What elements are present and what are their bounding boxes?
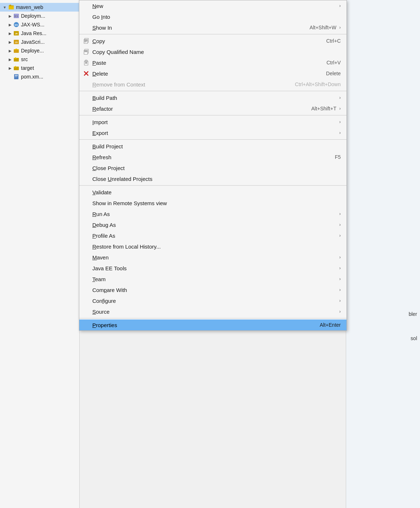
menu-item-copy[interactable]: Copy Ctrl+C bbox=[79, 35, 346, 46]
menu-label: Validate bbox=[92, 189, 341, 195]
menu-label: Show In bbox=[92, 25, 295, 31]
menu-item-refresh[interactable]: Refresh F5 bbox=[79, 152, 346, 162]
menu-item-run-as[interactable]: Run As › bbox=[79, 208, 346, 219]
submenu-arrow: › bbox=[339, 130, 341, 135]
right-panel: bler sol bbox=[346, 0, 420, 508]
menu-item-export[interactable]: Export › bbox=[79, 127, 346, 138]
menu-label: Source bbox=[92, 309, 336, 315]
menu-item-source[interactable]: Source › bbox=[79, 306, 346, 317]
menu-label: Java EE Tools bbox=[92, 265, 336, 271]
svg-rect-29 bbox=[85, 60, 87, 62]
tree-item-label: Java Res... bbox=[21, 30, 46, 36]
submenu-arrow: › bbox=[339, 222, 341, 227]
tree-item-label: Deploye... bbox=[21, 48, 44, 54]
tree-item-jax-ws[interactable]: ▶ WS JAX-WS... bbox=[0, 20, 79, 29]
copy-qualified-icon bbox=[83, 48, 89, 55]
menu-label: Team bbox=[92, 276, 336, 282]
menu-label: Copy Qualified Name bbox=[92, 49, 341, 55]
separator bbox=[79, 115, 346, 115]
menu-item-new[interactable]: New › bbox=[79, 0, 346, 11]
menu-label: Refresh bbox=[92, 154, 320, 160]
jaxws-icon: WS bbox=[13, 21, 20, 28]
menu-item-show-in[interactable]: Show In Alt+Shift+W › bbox=[79, 22, 346, 33]
menu-label: Restore from Local History... bbox=[92, 244, 341, 250]
tree-arrow: ▶ bbox=[9, 49, 12, 53]
submenu-arrow: › bbox=[339, 95, 341, 100]
menu-item-java-ee-tools[interactable]: Java EE Tools › bbox=[79, 263, 346, 274]
tree-arrow: ▶ bbox=[9, 58, 12, 62]
context-menu: New › Go Into Show In Alt+Shift+W › Copy… bbox=[79, 0, 347, 331]
tree-item-label: JavaScri... bbox=[21, 39, 45, 45]
menu-label: Copy bbox=[92, 38, 312, 44]
java-res-icon: JR bbox=[13, 30, 20, 37]
menu-item-delete[interactable]: Delete Delete bbox=[79, 68, 346, 79]
svg-rect-31 bbox=[85, 63, 87, 64]
menu-item-debug-as[interactable]: Debug As › bbox=[79, 219, 346, 230]
tree-item-label: pom.xm... bbox=[21, 74, 43, 80]
svg-rect-17 bbox=[15, 76, 18, 76]
menu-label: Paste bbox=[92, 60, 312, 66]
tree-item-target[interactable]: ▶ target bbox=[0, 64, 79, 72]
menu-item-compare-with[interactable]: Compare With › bbox=[79, 284, 346, 295]
svg-rect-23 bbox=[84, 42, 87, 42]
menu-label: Export bbox=[92, 130, 336, 136]
menu-label: Debug As bbox=[92, 222, 336, 228]
menu-item-configure[interactable]: Configure › bbox=[79, 295, 346, 306]
tree-item-deploye[interactable]: ▶ Deploye... bbox=[0, 46, 79, 55]
menu-label: Run As bbox=[92, 211, 336, 217]
menu-label: Compare With bbox=[92, 287, 336, 293]
menu-item-import[interactable]: Import › bbox=[79, 117, 346, 127]
submenu-arrow: › bbox=[339, 276, 341, 281]
menu-label: Import bbox=[92, 119, 336, 125]
menu-item-show-remote[interactable]: Show in Remote Systems view bbox=[79, 198, 346, 208]
menu-item-build-path[interactable]: Build Path › bbox=[79, 92, 346, 103]
svg-text:WS: WS bbox=[14, 24, 18, 26]
menu-item-properties[interactable]: Properties Alt+Enter bbox=[79, 319, 346, 330]
menu-item-profile-as[interactable]: Profile As › bbox=[79, 230, 346, 241]
menu-item-refactor[interactable]: Refactor Alt+Shift+T › bbox=[79, 103, 346, 114]
svg-rect-18 bbox=[15, 77, 17, 77]
pom-icon bbox=[13, 73, 20, 80]
project-icon bbox=[8, 4, 14, 10]
tree-item-javascri[interactable]: ▶ JS JavaScri... bbox=[0, 38, 79, 46]
menu-item-close-unrelated[interactable]: Close Unrelated Projects bbox=[79, 173, 346, 184]
tree-item-src[interactable]: ▶ src bbox=[0, 55, 79, 64]
tree-item-java-res[interactable]: ▶ JR Java Res... bbox=[0, 29, 79, 38]
menu-item-go-into[interactable]: Go Into bbox=[79, 11, 346, 22]
src-icon bbox=[13, 56, 20, 63]
javascri-icon: JS bbox=[13, 39, 20, 45]
tree-expand-arrow: ▼ bbox=[3, 5, 7, 9]
menu-item-maven[interactable]: Maven › bbox=[79, 252, 346, 263]
submenu-arrow: › bbox=[339, 255, 341, 260]
menu-item-copy-qualified[interactable]: Copy Qualified Name bbox=[79, 46, 346, 57]
svg-text:JS: JS bbox=[15, 41, 17, 43]
menu-item-validate[interactable]: Validate bbox=[79, 187, 346, 198]
menu-label: Maven bbox=[92, 254, 336, 261]
shortcut-label: Alt+Shift+W bbox=[310, 25, 336, 30]
separator bbox=[79, 185, 346, 186]
menu-item-restore-history[interactable]: Restore from Local History... bbox=[79, 241, 346, 252]
menu-item-build-project[interactable]: Build Project bbox=[79, 141, 346, 152]
separator bbox=[79, 91, 346, 91]
tree-arrow: ▶ bbox=[9, 31, 12, 35]
submenu-arrow: › bbox=[339, 298, 341, 303]
menu-label: Show in Remote Systems view bbox=[92, 200, 341, 206]
svg-rect-27 bbox=[84, 52, 87, 52]
tree-arrow: ▶ bbox=[9, 14, 12, 18]
tree-item-maven-web[interactable]: ▼ maven_web bbox=[0, 3, 79, 12]
tree-item-pom[interactable]: ▶ pom.xm... bbox=[0, 72, 79, 81]
shortcut-label: Alt+Shift+T bbox=[311, 106, 336, 111]
menu-label: Profile As bbox=[92, 233, 336, 239]
menu-label: Go Into bbox=[92, 14, 341, 20]
separator bbox=[79, 139, 346, 140]
menu-item-close-project[interactable]: Close Project bbox=[79, 162, 346, 173]
menu-label: Close Unrelated Projects bbox=[92, 176, 341, 182]
deploym-icon: ES bbox=[13, 13, 20, 19]
menu-item-remove-context[interactable]: Remove from Context Ctrl+Alt+Shift+Down bbox=[79, 79, 346, 90]
menu-label: Properties bbox=[92, 322, 305, 328]
menu-item-paste[interactable]: Paste Ctrl+V bbox=[79, 57, 346, 68]
menu-item-team[interactable]: Team › bbox=[79, 274, 346, 284]
tree-item-label: src bbox=[21, 56, 28, 62]
tree-item-deploym[interactable]: ▶ ES Deploym... bbox=[0, 12, 79, 20]
shortcut-label: Ctrl+Alt+Shift+Down bbox=[295, 81, 341, 87]
